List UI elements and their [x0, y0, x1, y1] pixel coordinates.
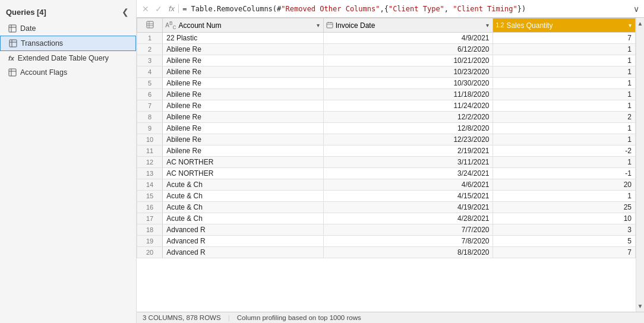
table-row[interactable]: 8Abilene Re12/2/20202: [137, 112, 636, 123]
cell-account: Advanced R: [163, 247, 323, 258]
cell-account: AC NORTHER: [163, 168, 323, 179]
table-icon: [9, 39, 17, 48]
table-icon: [8, 24, 17, 33]
cell-account: Acute & Ch: [163, 191, 323, 202]
status-bar: 3 COLUMNS, 878 ROWS | Column profiling b…: [137, 312, 644, 323]
row-number: 3: [137, 55, 163, 66]
cell-sales: 1: [493, 134, 636, 145]
row-number: 10: [137, 134, 163, 145]
cell-account: Abilene Re: [163, 134, 323, 145]
vertical-scrollbar[interactable]: ▲ ▼: [636, 18, 644, 312]
numeric-type-icon: 1.2: [495, 22, 504, 28]
cell-date: 4/15/2021: [323, 191, 493, 202]
table-row[interactable]: 7Abilene Re11/24/20201: [137, 100, 636, 112]
fx-label: fx: [165, 4, 179, 13]
sidebar-item-date[interactable]: Date: [0, 21, 136, 36]
table-row[interactable]: 16Acute & Ch4/19/202125: [137, 202, 636, 213]
row-number: 2: [137, 44, 163, 55]
cell-sales: 1: [493, 55, 636, 66]
cell-sales: 1: [493, 100, 636, 112]
table-row[interactable]: 12AC NORTHER3/11/20211: [137, 157, 636, 168]
data-table-container[interactable]: ABC Account Num ▾ Invoice Date ▾ 1.2 Sal…: [137, 18, 636, 312]
cell-sales: 20: [493, 179, 636, 191]
confirm-formula-button[interactable]: ✓: [152, 3, 165, 15]
cell-sales: 1: [493, 157, 636, 168]
sidebar-header: Queries [4] ❮: [0, 2, 136, 21]
cell-date: 8/18/2020: [323, 247, 493, 258]
row-number: 16: [137, 202, 163, 213]
table-row[interactable]: 10Abilene Re12/23/20201: [137, 134, 636, 145]
cell-date: 11/18/2020: [323, 89, 493, 100]
account-col-filter-button[interactable]: ▾: [315, 22, 321, 28]
main-content: ✕ ✓ fx = Table.RemoveColumns(#"Removed O…: [137, 0, 644, 323]
sidebar-item-transactions[interactable]: Transactions: [0, 36, 136, 51]
table-row[interactable]: 20Advanced R8/18/20207: [137, 247, 636, 258]
row-number: 9: [137, 123, 163, 134]
table-row[interactable]: 14Acute & Ch4/6/202120: [137, 179, 636, 191]
cell-sales: 2: [493, 112, 636, 123]
cell-date: 3/24/2021: [323, 168, 493, 179]
col-header-invoice-label: Invoice Date: [336, 21, 375, 30]
svg-rect-13: [327, 23, 333, 28]
invoice-col-filter-button[interactable]: ▾: [485, 22, 490, 28]
cell-date: 7/7/2020: [323, 224, 493, 236]
cell-sales: 1: [493, 78, 636, 89]
cell-account: Acute & Ch: [163, 179, 323, 191]
table-row[interactable]: 6Abilene Re11/18/20201: [137, 89, 636, 100]
table-row[interactable]: 122 Plastic4/9/20217: [137, 33, 636, 44]
formula-expand-button[interactable]: ∨: [631, 4, 642, 14]
cell-account: Abilene Re: [163, 123, 323, 134]
table-row[interactable]: 3Abilene Re10/21/20201: [137, 55, 636, 66]
cell-account: Abilene Re: [163, 89, 323, 100]
table-row[interactable]: 18Advanced R7/7/20203: [137, 224, 636, 236]
cell-date: 10/23/2020: [323, 66, 493, 78]
sales-col-filter-button[interactable]: ▾: [627, 22, 633, 28]
col-header-rownum: [137, 18, 163, 33]
row-number: 11: [137, 145, 163, 157]
cell-date: 10/30/2020: [323, 78, 493, 89]
cell-date: 3/11/2021: [323, 157, 493, 168]
cell-sales: 1: [493, 191, 636, 202]
cell-date: 10/21/2020: [323, 55, 493, 66]
cell-sales: 10: [493, 213, 636, 224]
sidebar-item-extended-date[interactable]: fxExtended Date Table Query: [0, 51, 136, 65]
table-row[interactable]: 13AC NORTHER3/24/2021-1: [137, 168, 636, 179]
cell-account: Abilene Re: [163, 55, 323, 66]
sidebar-item-account-flags[interactable]: Account Flags: [0, 65, 136, 80]
table-row[interactable]: 5Abilene Re10/30/20201: [137, 78, 636, 89]
col-header-sales-quantity: 1.2 Sales Quantity ▾: [493, 18, 636, 33]
scroll-down-button[interactable]: ▼: [636, 300, 644, 312]
table-row[interactable]: 19Advanced R7/8/20205: [137, 236, 636, 247]
svg-rect-3: [10, 40, 17, 47]
table-row[interactable]: 9Abilene Re12/8/20201: [137, 123, 636, 134]
fx-icon: fx: [8, 55, 14, 62]
cell-sales: 1: [493, 89, 636, 100]
row-number: 19: [137, 236, 163, 247]
cell-date: 4/28/2021: [323, 213, 493, 224]
cell-sales: 1: [493, 44, 636, 55]
col-header-account-num: ABC Account Num ▾: [163, 18, 323, 33]
col-header-invoice-date: Invoice Date ▾: [323, 18, 493, 33]
svg-rect-6: [9, 69, 16, 76]
status-columns-rows: 3 COLUMNS, 878 ROWS: [143, 314, 221, 321]
table-row[interactable]: 15Acute & Ch4/15/20211: [137, 191, 636, 202]
row-number: 13: [137, 168, 163, 179]
table-row[interactable]: 17Acute & Ch4/28/202110: [137, 213, 636, 224]
table-row[interactable]: 4Abilene Re10/23/20201: [137, 66, 636, 78]
delete-formula-button[interactable]: ✕: [139, 3, 152, 15]
table-row[interactable]: 11Abilene Re2/19/2021-2: [137, 145, 636, 157]
row-number: 17: [137, 213, 163, 224]
cell-account: Advanced R: [163, 236, 323, 247]
svg-rect-0: [9, 25, 16, 32]
scroll-up-button[interactable]: ▲: [636, 18, 644, 29]
row-number: 12: [137, 157, 163, 168]
cell-date: 12/23/2020: [323, 134, 493, 145]
col-header-sales-label: Sales Quantity: [506, 21, 553, 30]
table-row[interactable]: 2Abilene Re6/12/20201: [137, 44, 636, 55]
cell-date: 4/6/2021: [323, 179, 493, 191]
formula-string: "Removed Other Columns": [281, 5, 380, 13]
cell-sales: -2: [493, 145, 636, 157]
sidebar-collapse-button[interactable]: ❮: [119, 6, 131, 18]
cell-date: 2/19/2021: [323, 145, 493, 157]
cell-sales: 3: [493, 224, 636, 236]
